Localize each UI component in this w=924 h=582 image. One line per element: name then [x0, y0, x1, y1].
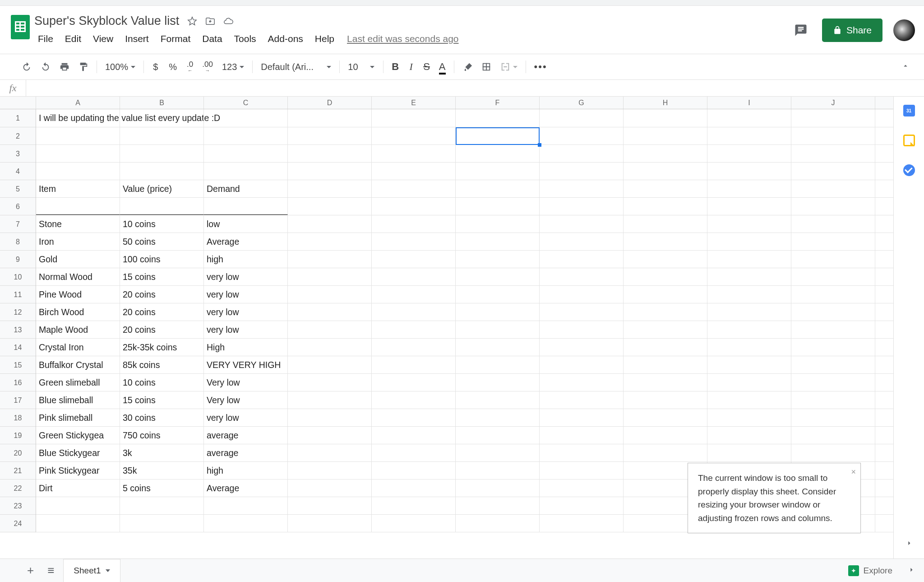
cell[interactable]	[707, 427, 791, 444]
cell[interactable]: Demand	[204, 180, 288, 197]
row-header-21[interactable]: 21	[0, 462, 36, 480]
row-header-9[interactable]: 9	[0, 251, 36, 268]
cell[interactable]	[791, 409, 875, 426]
cell[interactable]: 20 coins	[120, 321, 204, 338]
menu-help[interactable]: Help	[310, 31, 340, 47]
cell[interactable]: high	[204, 462, 288, 479]
cell[interactable]	[372, 339, 456, 356]
cell[interactable]	[624, 198, 707, 215]
cell[interactable]	[456, 444, 540, 461]
menu-data[interactable]: Data	[197, 31, 227, 47]
cell[interactable]	[707, 233, 791, 250]
tasks-icon[interactable]	[903, 164, 915, 176]
cell[interactable]	[707, 374, 791, 391]
cell[interactable]	[288, 180, 372, 197]
increase-decimal-button[interactable]: .00→	[199, 58, 217, 76]
document-title[interactable]: Super's Skyblock Value list	[32, 13, 181, 29]
cell[interactable]	[707, 127, 791, 144]
cell[interactable]	[372, 198, 456, 215]
cell[interactable]: Very low	[204, 391, 288, 409]
row-header-10[interactable]: 10	[0, 268, 36, 286]
cell[interactable]	[456, 339, 540, 356]
select-all-corner[interactable]	[0, 97, 36, 109]
cell[interactable]	[707, 215, 791, 233]
cell[interactable]: 15 coins	[120, 268, 204, 285]
row-header-5[interactable]: 5	[0, 180, 36, 198]
cell[interactable]	[204, 515, 288, 532]
cell[interactable]	[204, 198, 288, 215]
cell[interactable]	[624, 145, 707, 162]
menu-format[interactable]: Format	[155, 31, 196, 47]
cell[interactable]: Dirt	[36, 480, 120, 497]
cell[interactable]	[456, 374, 540, 391]
cell[interactable]	[288, 145, 372, 162]
cell[interactable]	[456, 497, 540, 514]
formula-input[interactable]	[26, 80, 924, 96]
format-currency-button[interactable]: $	[148, 59, 162, 75]
menu-file[interactable]: File	[32, 31, 59, 47]
cell[interactable]	[456, 321, 540, 338]
format-percent-button[interactable]: %	[164, 59, 181, 75]
cell[interactable]: 25k-35k coins	[120, 339, 204, 356]
cell[interactable]	[372, 356, 456, 373]
cell[interactable]	[540, 374, 624, 391]
cell[interactable]	[624, 286, 707, 303]
cell[interactable]	[456, 391, 540, 409]
cell[interactable]	[624, 444, 707, 461]
cell[interactable]	[120, 515, 204, 532]
cell[interactable]	[540, 497, 624, 514]
cell[interactable]	[36, 163, 120, 180]
cell[interactable]: Very low	[204, 374, 288, 391]
row-header-12[interactable]: 12	[0, 303, 36, 321]
cell[interactable]: very low	[204, 321, 288, 338]
cell[interactable]: Gold	[36, 251, 120, 268]
cell[interactable]: Pink slimeball	[36, 409, 120, 426]
row-header-15[interactable]: 15	[0, 356, 36, 374]
cell[interactable]	[36, 127, 120, 144]
cell[interactable]	[288, 515, 372, 532]
col-header-E[interactable]: E	[372, 97, 456, 109]
cell[interactable]	[707, 286, 791, 303]
cell[interactable]	[540, 268, 624, 285]
cell[interactable]	[707, 356, 791, 373]
cell[interactable]	[288, 356, 372, 373]
selection-handle[interactable]	[538, 143, 541, 147]
cell[interactable]	[288, 268, 372, 285]
cell[interactable]	[120, 163, 204, 180]
cell[interactable]	[372, 303, 456, 321]
all-sheets-button[interactable]: ≡	[47, 563, 54, 577]
borders-button[interactable]	[478, 59, 495, 74]
cell[interactable]	[540, 391, 624, 409]
cell[interactable]	[372, 409, 456, 426]
account-avatar[interactable]	[893, 19, 915, 41]
fill-color-button[interactable]	[459, 59, 476, 74]
cell[interactable]	[707, 339, 791, 356]
cell[interactable]	[372, 251, 456, 268]
move-icon[interactable]	[205, 16, 215, 26]
cell[interactable]	[624, 339, 707, 356]
col-header-A[interactable]: A	[36, 97, 120, 109]
menu-view[interactable]: View	[88, 31, 119, 47]
cell[interactable]	[36, 515, 120, 532]
row-header-6[interactable]: 6	[0, 198, 36, 215]
col-header-I[interactable]: I	[707, 97, 791, 109]
cell[interactable]: Buffalkor Crystal	[36, 356, 120, 373]
menu-tools[interactable]: Tools	[229, 31, 262, 47]
row-header-1[interactable]: 1	[0, 109, 36, 127]
cell[interactable]	[791, 268, 875, 285]
calendar-icon[interactable]: 31	[903, 105, 915, 116]
cell[interactable]	[707, 163, 791, 180]
cell[interactable]	[624, 251, 707, 268]
cell[interactable]: very low	[204, 268, 288, 285]
paint-format-button[interactable]	[75, 59, 92, 74]
cell[interactable]	[288, 127, 372, 144]
cell[interactable]	[540, 215, 624, 233]
keep-icon[interactable]	[903, 135, 915, 146]
col-header-C[interactable]: C	[204, 97, 288, 109]
cell[interactable]	[540, 356, 624, 373]
cell[interactable]	[372, 391, 456, 409]
add-sheet-button[interactable]: +	[27, 563, 34, 577]
cell[interactable]: Average	[204, 233, 288, 250]
cell[interactable]	[540, 427, 624, 444]
cell[interactable]	[204, 109, 288, 127]
